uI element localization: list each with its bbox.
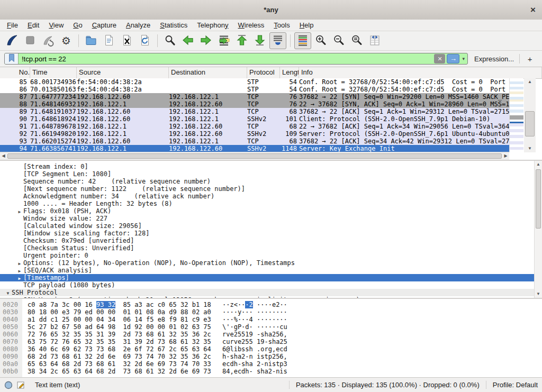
hex-ascii[interactable]: ··z<···2 ····e2·· [222,301,287,308]
column-header-no[interactable]: No. [0,67,30,78]
hex-row-0090[interactable]: 009068 2d 73 68 61 32 2d 6e 69 73 74 70 … [0,353,542,360]
column-header-protocol[interactable]: Protocol [247,67,280,78]
zoom-in-button[interactable] [312,32,329,49]
stop-capture-button[interactable] [22,32,39,49]
packet-list-minimap[interactable] [509,78,523,152]
menu-capture[interactable]: Capture [87,20,121,31]
hex-bytes[interactable]: 65 63 64 68 2d 73 68 61 32 2d 6e 69 73 7… [28,360,211,368]
hex-row-0070[interactable]: 007063 75 72 76 65 32 35 35 31 39 2d 73 … [0,338,542,345]
go-to-packet-button[interactable] [215,32,232,49]
hex-row-0020[interactable]: 0020c0 a8 7a 3c 00 16 93 32 85 a3 ac c0 … [0,301,542,308]
hex-bytes[interactable]: 68 2d 73 68 61 32 2d 6e 69 73 74 70 32 3… [28,353,211,360]
hex-ascii[interactable]: h-sha2-n istp256, [222,353,287,360]
filter-dropdown-caret[interactable]: ▾ [462,56,465,61]
zoom-original-button[interactable] [348,32,365,49]
hex-ascii[interactable]: curve255 19-sha25 [222,338,287,345]
resize-columns-button[interactable] [366,32,383,49]
detail-row[interactable]: ▼SSH Protocol [0,289,542,296]
packet-row-93[interactable]: 9371.662015274192.168.122.60192.168.122.… [0,138,509,145]
colorize-button[interactable] [294,32,311,49]
detail-row[interactable]: Sequence number: 42 (relative sequence n… [0,178,542,185]
detail-row[interactable]: ▶Flags: 0x018 (PSH, ACK) [0,207,542,215]
menu-edit[interactable]: Edit [23,20,44,31]
scroll-left-arrow-icon[interactable]: ◀ [0,152,7,160]
details-vertical-scrollbar[interactable]: ▲ ▼ [534,161,542,298]
hex-row-00a0[interactable]: 00a065 63 64 68 2d 73 68 61 32 2d 6e 69 … [0,360,542,368]
hex-ascii[interactable]: 6@libssh .org,ecd [222,345,287,353]
detail-row[interactable]: [TCP Segment Len: 1080] [0,170,542,178]
hex-ascii[interactable]: rve25519 -sha256, [222,331,287,338]
detail-row[interactable]: 1000 .... = Header Length: 32 bytes (8) [0,200,542,207]
start-capture-button[interactable] [4,32,21,49]
go-first-button[interactable] [233,32,250,49]
menu-view[interactable]: View [44,20,68,31]
column-header-destination[interactable]: Destination [169,67,247,78]
add-filter-button[interactable]: + [525,54,535,63]
detail-row[interactable]: ▶Options: (12 bytes), No-Operation (NOP)… [0,259,542,267]
scroll-down-arrow-icon[interactable]: ▼ [535,290,542,298]
scrollbar-thumb[interactable] [7,153,502,159]
hex-bytes[interactable]: 5c 27 b2 67 50 ad 64 98 1d 92 00 00 01 0… [28,323,211,331]
packet-list-horizontal-scrollbar[interactable]: ◀ ▶ [0,152,509,160]
expert-info-icon[interactable] [4,381,13,389]
packet-row-94[interactable]: 9471.663856741192.168.122.1192.168.122.6… [0,145,509,152]
open-file-button[interactable] [83,32,100,49]
detail-row[interactable]: Acknowledgment number: 34 (relative ack … [0,193,542,200]
scroll-up-arrow-icon[interactable]: ▲ [535,161,542,168]
close-file-button[interactable] [119,32,136,49]
hex-row-0040[interactable]: 0040a1 dd c1 25 00 00 04 34 06 14 f5 e8 … [0,316,542,323]
packet-list-vertical-scrollbar[interactable]: ▲ ▼ [524,78,536,152]
menu-file[interactable]: File [2,20,23,31]
scroll-right-arrow-icon[interactable]: ▶ [502,152,509,160]
save-file-button[interactable] [101,32,118,49]
expand-down-icon[interactable]: ▼ [4,290,12,297]
packet-row-88[interactable]: 8871.648146932192.168.122.1192.168.122.6… [0,101,509,108]
hex-bytes[interactable]: a1 dd c1 25 00 00 04 34 06 14 f5 e8 f9 8… [28,316,211,323]
hex-bytes[interactable]: 72 76 65 32 35 35 31 39 2d 73 68 61 32 3… [28,331,211,338]
filter-expression-value[interactable]: !tcp.port == 22 [19,55,434,63]
scroll-up-arrow-icon[interactable]: ▲ [524,78,536,86]
go-forward-button[interactable] [197,32,214,49]
scrollbar-thumb[interactable] [536,169,541,229]
detail-row[interactable]: Urgent pointer: 0 [0,252,542,259]
hex-row-00b0[interactable]: 00b038 34 2c 65 63 64 68 2d 73 68 61 32 … [0,368,542,375]
detail-row[interactable]: [Stream index: 0] [0,163,542,170]
filter-clear-button[interactable]: ✕ [434,54,445,63]
restart-capture-button[interactable] [40,32,57,49]
hex-ascii[interactable]: ···%···4 ········ [222,316,287,323]
hex-ascii[interactable]: \'·gP·d· ······cu [222,323,287,331]
packet-row-86[interactable]: 8670.013850163fe:54:00:d4:38:2aSTP54Conf… [0,86,509,93]
packet-row-91[interactable]: 9171.648789678192.168.122.1192.168.122.6… [0,123,509,130]
status-profile[interactable]: Profile: Default [486,381,538,389]
packet-row-92[interactable]: 9271.661949820192.168.122.1192.168.122.6… [0,130,509,138]
hex-bytes[interactable]: 36 40 6c 69 62 73 73 68 2e 6f 72 67 2c 6… [28,345,211,353]
hex-bytes[interactable]: 38 34 2c 65 63 64 68 2d 73 68 61 32 2d 6… [28,368,211,375]
zoom-out-button[interactable] [330,32,347,49]
auto-scroll-button[interactable] [269,32,286,49]
detail-row[interactable]: Checksum: 0x79ed [unverified] [0,237,542,244]
hex-ascii[interactable]: 84,ecdh- sha2-nis [222,368,287,375]
hex-bytes[interactable]: 63 75 72 76 65 32 35 35 31 39 2d 73 68 6… [28,338,211,345]
go-back-button[interactable] [179,32,196,49]
hex-row-0030[interactable]: 003080 18 00 e3 79 ed 00 00 01 01 08 0a … [0,308,542,316]
hex-row-0050[interactable]: 00505c 27 b2 67 50 ad 64 98 1d 92 00 00 … [0,323,542,331]
hex-ascii[interactable]: ecdh-sha 2-nistp3 [222,360,287,368]
packet-row-85[interactable]: 8568.001734936fe:54:00:d4:38:2aSTP54Conf… [0,78,509,86]
column-header-length[interactable]: Length [280,67,299,78]
menu-help[interactable]: Help [295,20,319,31]
detail-row[interactable]: [Next sequence number: 1122 (relative se… [0,185,542,193]
detail-row[interactable]: ▶[Timestamps] [0,274,542,281]
hex-ascii[interactable]: ····y··· ········ [222,308,287,316]
detail-row[interactable]: [Window size scaling factor: 128] [0,230,542,237]
hex-bytes[interactable]: 80 18 00 e3 79 ed 00 00 01 01 08 0a d9 8… [28,308,211,316]
capture-comment-icon[interactable] [17,381,25,389]
detail-row[interactable]: TCP payload (1080 bytes) [0,281,542,289]
expression-button[interactable]: Expression... [474,55,514,63]
menu-wireless[interactable]: Wireless [233,20,269,31]
display-filter-input[interactable]: !tcp.port == 22 ✕ → ▾ [4,53,468,65]
find-packet-button[interactable] [161,32,178,49]
menu-analyze[interactable]: Analyze [121,20,155,31]
scroll-down-arrow-icon[interactable]: ▼ [524,145,536,152]
hex-row-0080[interactable]: 008036 40 6c 69 62 73 73 68 2e 6f 72 67 … [0,345,542,353]
close-window-button[interactable]: × [530,0,536,20]
